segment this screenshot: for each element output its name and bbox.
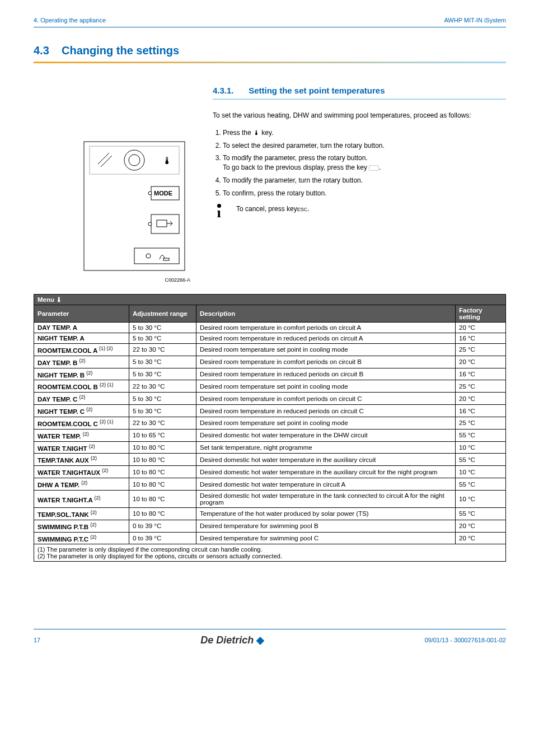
param-factory-cell: 55 °C [456, 478, 506, 491]
product-name: AWHP MIT-IN iSystem [444, 17, 506, 24]
svg-point-12 [146, 254, 151, 258]
param-desc-cell: Desired room temperature in comfort peri… [196, 356, 456, 368]
footnote: (2) The parameter is only displayed for … [38, 553, 502, 559]
svg-rect-9 [157, 220, 167, 227]
param-desc-cell: Desired domestic hot water temperature i… [196, 429, 456, 441]
param-factory-cell: 10 °C [456, 441, 506, 454]
param-range-cell: 10 to 80 °C [129, 490, 196, 507]
param-name-cell: NIGHT TEMP. A [34, 333, 129, 344]
param-factory-cell: 55 °C [456, 429, 506, 441]
table-menu-header: Menu 🌡 [34, 295, 506, 305]
table-row: WATER T.NIGHTAUX (2)10 to 80 °CDesired d… [34, 466, 506, 478]
table-row: ROOMTEM.COOL A (1) (2)22 to 30 °CDesired… [34, 344, 506, 356]
param-factory-cell: 16 °C [456, 368, 506, 380]
param-desc-cell: Desired room temperature set point in co… [196, 380, 456, 393]
subsection-title: 4.3.1. Setting the set point temperature… [213, 86, 506, 100]
section-heading: Changing the settings [62, 44, 179, 57]
step-item: Press the 🌡 key. [223, 128, 506, 138]
param-name-cell: DAY TEMP. C (2) [34, 393, 129, 405]
param-range-cell: 5 to 30 °C [129, 356, 196, 368]
table-row: DAY TEMP. B (2)5 to 30 °CDesired room te… [34, 356, 506, 368]
step-item: To select the desired parameter, turn th… [223, 141, 506, 151]
param-name-cell: ROOMTEM.COOL B (2) (1) [34, 380, 129, 393]
param-name-cell: SWIMMING P.T.C (2) [34, 532, 129, 544]
param-factory-cell: 55 °C [456, 507, 506, 520]
esc-key-label: ESC [297, 207, 308, 212]
table-row: WATER T.NIGHT.A (2)10 to 80 °CDesired do… [34, 490, 506, 507]
brand-logo: De Dietrich ◆ [200, 634, 264, 646]
table-row: TEMP.TANK AUX (2)10 to 80 °CDesired dome… [34, 454, 506, 466]
param-range-cell: 10 to 80 °C [129, 441, 196, 454]
param-name-cell: NIGHT TEMP. B (2) [34, 368, 129, 380]
step-item: To modify the parameter, press the rotar… [223, 153, 506, 172]
cancel-note: To cancel, press keyESC. [236, 205, 310, 213]
param-desc-cell: Desired domestic hot water temperature i… [196, 466, 456, 478]
param-desc-cell: Desired temperature for swimming pool C [196, 532, 456, 544]
param-name-cell: TEMP.SOL.TANK (2) [34, 507, 129, 520]
col-description: Description [196, 305, 456, 323]
back-key-icon [369, 165, 379, 171]
param-factory-cell: 25 °C [456, 380, 506, 393]
param-factory-cell: 20 °C [456, 393, 506, 405]
param-name-cell: TEMP.TANK AUX (2) [34, 454, 129, 466]
svg-point-10 [148, 222, 152, 226]
param-desc-cell: Desired room temperature in comfort peri… [196, 393, 456, 405]
mode-button-label: MODE [154, 190, 172, 197]
param-name-cell: WATER T.NIGHTAUX (2) [34, 466, 129, 478]
param-desc-cell: Set tank temperature, night programme [196, 441, 456, 454]
param-range-cell: 10 to 65 °C [129, 429, 196, 441]
param-name-cell: ROOMTEM.COOL A (1) (2) [34, 344, 129, 356]
subsection-number: 4.3.1. [213, 86, 246, 95]
doc-reference: 09/01/13 - 300027618-001-02 [424, 637, 506, 643]
param-factory-cell: 16 °C [456, 333, 506, 344]
table-footnotes: (1) The parameter is only displayed if t… [34, 544, 506, 562]
section-title: 4.3 Changing the settings [34, 44, 506, 63]
param-factory-cell: 16 °C [456, 405, 506, 417]
page-footer: 17 De Dietrich ◆ 09/01/13 - 300027618-00… [34, 629, 506, 646]
param-desc-cell: Desired room temperature in reduced peri… [196, 405, 456, 417]
param-range-cell: 10 to 80 °C [129, 478, 196, 491]
table-row: DAY TEMP. C (2)5 to 30 °CDesired room te… [34, 393, 506, 405]
param-factory-cell: 20 °C [456, 532, 506, 544]
steps-list: Press the 🌡 key. To select the desired p… [213, 128, 506, 198]
table-column-headers: Parameter Adjustment range Description F… [34, 305, 506, 323]
thermometer-icon: 🌡 [162, 155, 172, 166]
param-range-cell: 5 to 30 °C [129, 368, 196, 380]
table-row: WATER TEMP. (2)10 to 65 °CDesired domest… [34, 429, 506, 441]
param-name-cell: DHW A TEMP. (2) [34, 478, 129, 491]
param-factory-cell: 25 °C [456, 344, 506, 356]
footnote: (1) The parameter is only displayed if t… [38, 546, 502, 553]
param-range-cell: 10 to 80 °C [129, 507, 196, 520]
param-name-cell: NIGHT TEMP. C (2) [34, 405, 129, 417]
svg-point-3 [129, 155, 140, 166]
table-row: ROOMTEM.COOL C (2) (1)22 to 30 °CDesired… [34, 417, 506, 429]
table-row: WATER T.NIGHT (2)10 to 80 °CSet tank tem… [34, 441, 506, 454]
param-factory-cell: 25 °C [456, 417, 506, 429]
table-row: TEMP.SOL.TANK (2)10 to 80 °CTemperature … [34, 507, 506, 520]
table-row: DAY TEMP. A5 to 30 °CDesired room temper… [34, 323, 506, 333]
param-range-cell: 5 to 30 °C [129, 333, 196, 344]
table-row: NIGHT TEMP. B (2)5 to 30 °CDesired room … [34, 368, 506, 380]
param-name-cell: SWIMMING P.T.B (2) [34, 520, 129, 532]
param-name-cell: WATER TEMP. (2) [34, 429, 129, 441]
param-range-cell: 5 to 30 °C [129, 393, 196, 405]
param-name-cell: WATER T.NIGHT (2) [34, 441, 129, 454]
menu-label: Menu 🌡 [34, 295, 506, 305]
param-desc-cell: Desired domestic hot water temperature i… [196, 490, 456, 507]
breadcrumb: 4. Operating the appliance [34, 17, 106, 24]
col-range: Adjustment range [129, 305, 196, 323]
section-number: 4.3 [34, 44, 49, 57]
param-factory-cell: 55 °C [456, 454, 506, 466]
param-range-cell: 5 to 30 °C [129, 405, 196, 417]
device-illustration: 🌡 MODE [67, 136, 190, 276]
param-name-cell: DAY TEMP. B (2) [34, 356, 129, 368]
param-desc-cell: Desired room temperature set point in co… [196, 417, 456, 429]
param-factory-cell: 20 °C [456, 323, 506, 333]
param-desc-cell: Desired room temperature in comfort peri… [196, 323, 456, 333]
param-range-cell: 22 to 30 °C [129, 417, 196, 429]
param-desc-cell: Temperature of the hot water produced by… [196, 507, 456, 520]
param-name-cell: WATER T.NIGHT.A (2) [34, 490, 129, 507]
svg-rect-13 [163, 258, 169, 260]
param-factory-cell: 20 °C [456, 356, 506, 368]
step-item: To modify the parameter, turn the rotary… [223, 176, 506, 185]
